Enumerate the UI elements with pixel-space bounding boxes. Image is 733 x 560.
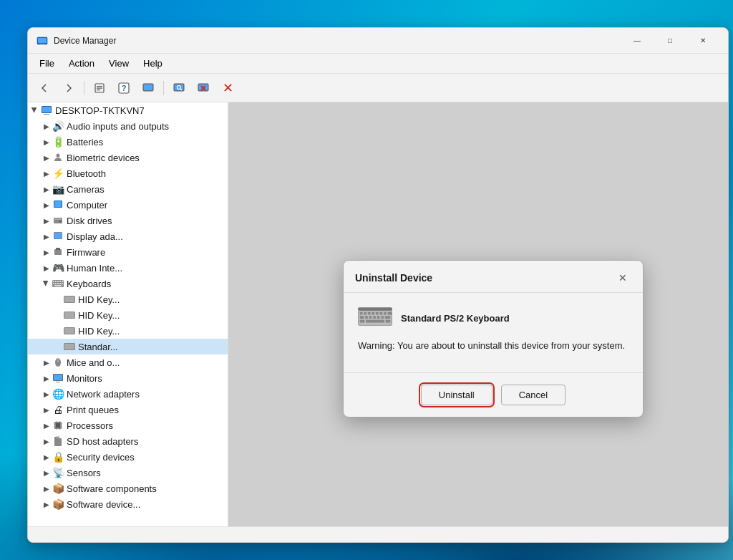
tree-item-audio[interactable]: ▶ 🔊 Audio inputs and outputs: [28, 118, 228, 134]
tree-item-network[interactable]: ▶ 🌐 Network adapters: [28, 386, 228, 402]
maximize-button[interactable]: □: [654, 28, 686, 54]
svg-rect-76: [372, 312, 374, 315]
svg-rect-73: [360, 312, 363, 315]
tree-item-display[interactable]: ▶ Display ada...: [28, 228, 228, 244]
tree-item-sensors[interactable]: ▶ 📡 Sensors: [28, 465, 228, 481]
tree-item-biometric[interactable]: ▶ Biometric devices: [28, 150, 228, 165]
keyboards-label: Keyboards: [67, 279, 111, 289]
svg-rect-43: [54, 285, 62, 286]
audio-icon: 🔊: [52, 120, 64, 132]
window-title: Device Manager: [54, 36, 621, 46]
svg-rect-6: [97, 90, 100, 90]
svg-rect-55: [54, 375, 62, 380]
svg-rect-56: [56, 382, 60, 382]
monitors-chevron: ▶: [42, 374, 51, 382]
hid-key3-icon: [64, 325, 75, 337]
svg-rect-33: [53, 281, 54, 282]
modal-close-button[interactable]: ✕: [614, 269, 631, 286]
svg-rect-29: [54, 233, 62, 238]
tree-item-hid-key-1[interactable]: ▶ HID Key...: [28, 291, 228, 307]
help-button[interactable]: ?: [113, 77, 135, 99]
mice-label: Mice and o...: [67, 357, 120, 368]
display-button[interactable]: [137, 77, 159, 99]
tree-item-sd[interactable]: ▶ SD host adapters: [28, 433, 228, 449]
sd-icon: [52, 435, 64, 447]
sw-components-chevron: ▶: [42, 484, 51, 493]
title-bar: Device Manager — □ ✕: [28, 28, 728, 54]
svg-rect-69: [56, 436, 57, 438]
svg-rect-47: [64, 312, 74, 318]
tree-item-hid[interactable]: ▶ 🎮 Human Inte...: [28, 260, 228, 276]
tree-item-cameras[interactable]: ▶ 📷 Cameras: [28, 181, 228, 197]
tree-item-monitors[interactable]: ▶ Monitors: [28, 370, 228, 386]
keyboards-icon: [52, 278, 64, 289]
svg-rect-20: [42, 107, 51, 112]
tree-item-bluetooth[interactable]: ▶ ⚡ Bluetooth: [28, 165, 228, 181]
svg-rect-74: [364, 312, 366, 315]
device-section: Standard PS/2 Keyboard: [358, 307, 628, 329]
cameras-chevron: ▶: [42, 185, 51, 193]
menu-action[interactable]: Action: [63, 57, 100, 70]
tree-item-mice[interactable]: ▶ Mice and o...: [28, 354, 228, 370]
sw-components-icon: 📦: [52, 483, 64, 494]
mice-chevron: ▶: [42, 358, 51, 367]
svg-rect-40: [57, 283, 59, 284]
svg-rect-67: [54, 438, 62, 446]
menu-help[interactable]: Help: [137, 57, 168, 70]
std-key-label: Standar...: [78, 342, 118, 352]
tree-item-print[interactable]: ▶ 🖨 Print queues: [28, 402, 228, 417]
delete-button[interactable]: ✕: [217, 77, 238, 99]
svg-rect-58: [56, 423, 60, 428]
computer-chevron: ▶: [42, 201, 51, 209]
tree-item-computer[interactable]: ▶ Computer: [28, 197, 228, 213]
svg-rect-89: [360, 320, 364, 323]
forward-button[interactable]: [58, 77, 79, 99]
uninstall-button[interactable]: Uninstall: [421, 385, 492, 405]
tree-root[interactable]: ▶ DESKTOP-TKTKVN7: [28, 102, 228, 118]
svg-rect-88: [366, 320, 384, 323]
svg-rect-85: [377, 316, 380, 319]
security-label: Security devices: [67, 452, 135, 463]
svg-rect-79: [384, 312, 387, 315]
svg-rect-70: [58, 436, 59, 438]
modal-body: Standard PS/2 Keyboard Warning: You are …: [344, 293, 643, 372]
disk-chevron: ▶: [42, 216, 51, 225]
tree-item-batteries[interactable]: ▶ 🔋 Batteries: [28, 134, 228, 150]
device-name: Standard PS/2 Keyboard: [401, 313, 510, 324]
separator-2: [163, 81, 164, 95]
uninstall-device-dialog: Uninstall Device ✕: [343, 260, 644, 417]
firmware-icon: [52, 246, 64, 258]
tree-item-disk[interactable]: ▶ Disk drives: [28, 213, 228, 228]
display-icon: [52, 231, 64, 242]
properties-button[interactable]: [89, 77, 110, 99]
cancel-button[interactable]: Cancel: [501, 385, 565, 405]
tree-item-processors[interactable]: ▶ Processors: [28, 417, 228, 433]
tree-item-firmware[interactable]: ▶ Firmware: [28, 244, 228, 260]
remove-button[interactable]: [193, 77, 214, 99]
close-button[interactable]: ✕: [686, 28, 719, 54]
menu-file[interactable]: File: [34, 57, 60, 70]
bluetooth-icon: ⚡: [52, 168, 64, 179]
tree-item-security[interactable]: ▶ 🔒 Security devices: [28, 449, 228, 465]
disk-icon: [52, 215, 64, 226]
scan-button[interactable]: [168, 77, 190, 99]
keyboards-chevron: ▶: [42, 279, 51, 288]
tree-item-hid-key-3[interactable]: ▶ HID Key...: [28, 323, 228, 339]
tree-item-sw-device[interactable]: ▶ 📦 Software device...: [28, 496, 228, 512]
svg-rect-31: [56, 248, 60, 250]
security-chevron: ▶: [42, 453, 51, 461]
sd-chevron: ▶: [42, 437, 51, 445]
svg-rect-2: [39, 44, 45, 44]
device-tree[interactable]: ▶ DESKTOP-TKTKVN7 ▶ 🔊 Audio inputs and o…: [28, 102, 228, 526]
tree-item-standard-keyboard[interactable]: ▶ Standar...: [28, 339, 228, 354]
hid-key3-label: HID Key...: [78, 326, 120, 337]
tree-item-sw-components[interactable]: ▶ 📦 Software components: [28, 481, 228, 496]
svg-point-27: [59, 221, 62, 223]
content-area: ▶ DESKTOP-TKTKVN7 ▶ 🔊 Audio inputs and o…: [28, 102, 728, 526]
minimize-button[interactable]: —: [621, 28, 654, 54]
tree-item-hid-key-2[interactable]: ▶ HID Key...: [28, 307, 228, 323]
tree-item-keyboards[interactable]: ▶: [28, 276, 228, 291]
cameras-icon: 📷: [52, 183, 64, 195]
back-button[interactable]: [34, 77, 55, 99]
menu-view[interactable]: View: [103, 57, 135, 70]
